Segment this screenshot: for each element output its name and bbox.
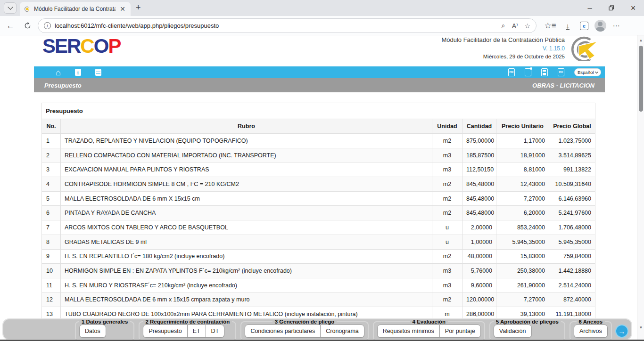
cell-rubro: MALLA ELECTROSOLDADA DE 6 mm X 15x15 cm <box>61 191 432 206</box>
nav-button-validacion[interactable]: Validación <box>494 325 532 338</box>
info-icon[interactable]: i <box>75 69 81 76</box>
table-row: 11H. S. EN MURO Y RIOSTRASF´c= 210kg/cm²… <box>42 278 595 292</box>
nav-button-et[interactable]: ET <box>187 325 206 338</box>
cell-no: 12 <box>42 292 61 307</box>
nav-button-requisitos-minimos[interactable]: Requisitos mínimos <box>377 325 440 338</box>
cell-unidad: m2 <box>432 249 462 264</box>
nav-group-4-evaluacion: 4 EvaluaciónRequisitos mínimosPor puntaj… <box>373 319 485 341</box>
budget-table-body: 1TRAZADO, REPLANTEO Y NIVELACION (EQUIPO… <box>42 134 595 322</box>
nav-group-legend: 2 Requerimiento de contratación <box>143 319 232 325</box>
nav-group-legend: 6 Anexos <box>577 319 605 325</box>
new-tab-button[interactable]: + <box>136 3 141 13</box>
nav-group-legend: 4 Evaluación <box>410 319 448 325</box>
back-button[interactable]: ← <box>4 16 17 35</box>
tab-search-button[interactable] <box>4 2 17 14</box>
cell-cantidad: 5,76000 <box>462 264 496 278</box>
new-file-icon[interactable] <box>525 68 531 76</box>
cell-unidad: m2 <box>432 292 462 307</box>
scrollbar-thumb[interactable] <box>639 46 643 112</box>
cell-rubro: GRADAS METALICAS DE 9 ml <box>61 235 432 249</box>
cell-pu: 12,43000 <box>496 177 549 192</box>
refresh-button[interactable] <box>21 16 34 35</box>
profile-button[interactable] <box>593 16 608 35</box>
cell-pu: 853,24000 <box>496 220 549 235</box>
url-text[interactable]: localhost:6012/mfc-cliente/web/app.php/p… <box>55 22 495 29</box>
cell-pu: 7,27000 <box>496 292 549 307</box>
next-step-button[interactable]: → <box>615 325 628 338</box>
cell-pu: 15,83000 <box>496 249 549 264</box>
bottom-nav-groups: 1 Datos generalesDatos2 Requerimiento de… <box>75 319 612 341</box>
favicon-mfc-icon <box>24 6 31 12</box>
col-header-unidad: Unidad <box>432 119 462 134</box>
cell-cantidad: 2,00000 <box>462 220 496 235</box>
restore-icon <box>609 5 614 11</box>
nav-button-presupuesto[interactable]: Presupuesto <box>143 325 187 338</box>
cell-pg: 1.442,18880 <box>549 264 595 278</box>
cell-unidad: m2 <box>432 177 462 192</box>
favorite-star-icon[interactable]: ☆ <box>524 22 530 30</box>
cell-pg: 991,13822 <box>549 162 595 177</box>
language-select[interactable]: Español <box>574 68 601 76</box>
cell-cantidad: 845,48000 <box>462 177 496 192</box>
page-viewport: SERCOP Módulo Facilitador de la Contrata… <box>0 35 637 341</box>
settings-menu-button[interactable]: ⋯ <box>610 16 623 35</box>
copilot-button[interactable] <box>626 16 641 35</box>
zoom-out-icon[interactable]: ⌕ <box>502 22 505 30</box>
pdf-file-icon[interactable]: PDF <box>508 68 515 76</box>
nav-button-dt[interactable]: DT <box>206 325 225 338</box>
pdf-file-icon-2[interactable]: PDF <box>558 68 564 76</box>
nav-group-1-datos-generales: 1 Datos generalesDatos <box>75 319 134 341</box>
tab-close-icon[interactable]: ✕ <box>118 5 127 13</box>
cell-cantidad: 845,48000 <box>462 206 496 220</box>
nav-button-cronograma[interactable]: Cronograma <box>320 325 364 338</box>
nav-button-condiciones-particulares[interactable]: Condiciones particulares <box>245 325 321 338</box>
cell-unidad: m2 <box>432 206 462 220</box>
nav-group-legend: 1 Datos generales <box>79 319 130 325</box>
window-minimize-button[interactable]: ─ <box>579 0 601 16</box>
cell-pg: 5.945,35000 <box>549 235 595 249</box>
cell-no: 2 <box>42 148 61 162</box>
cell-pg: 3.514,89625 <box>549 148 595 162</box>
cell-rubro: TRAZADO, REPLANTEO Y NIVELACION (EQUIPO … <box>61 134 432 148</box>
browser-tab[interactable]: Módulo Facilitador de la Contrata ✕ <box>20 2 131 16</box>
cell-cantidad: 875,00000 <box>462 134 496 148</box>
save-icon[interactable] <box>541 68 548 76</box>
header-info: Módulo Facilitador de la Contratación Pú… <box>441 36 565 59</box>
cell-pg: 1.023,75000 <box>549 134 595 148</box>
cell-pg: 2.514,24000 <box>549 278 595 292</box>
section-banner: Presupuesto OBRAS - LICITACION <box>34 78 605 92</box>
cell-unidad: m2 <box>432 191 462 206</box>
read-aloud-icon[interactable]: A⁾ <box>512 22 518 30</box>
cell-cantidad: 48,00000 <box>462 249 496 264</box>
cell-pu: 261,90000 <box>496 278 549 292</box>
favorites-list-icon[interactable]: ☆≡ <box>543 16 557 35</box>
nav-button-por-puntaje[interactable]: Por puntaje <box>439 325 481 338</box>
documents-icon[interactable] <box>95 69 101 76</box>
cell-pg: 5.241,97600 <box>549 206 595 220</box>
scroll-up-icon[interactable]: ▲ <box>637 38 644 42</box>
table-title: Presupuesto <box>42 103 595 119</box>
cell-no: 11 <box>42 278 61 292</box>
cell-pu: 18,91000 <box>496 148 549 162</box>
nav-button-datos[interactable]: Datos <box>79 325 106 338</box>
table-row: 1TRAZADO, REPLANTEO Y NIVELACION (EQUIPO… <box>42 134 595 148</box>
page-scrollbar[interactable]: ▲ ▼ <box>637 35 644 341</box>
cell-rubro: ARCOS MIXTOS CON TABLERO Y ARCO DE BASQU… <box>61 220 432 235</box>
cell-no: 7 <box>42 220 61 235</box>
home-icon[interactable]: ⌂ <box>56 68 61 77</box>
current-date: Miércoles, 29 de Octubre de 2025 <box>441 54 565 59</box>
site-info-icon[interactable]: i <box>44 22 51 29</box>
window-close-button[interactable]: × <box>622 0 644 16</box>
cell-unidad: u <box>432 235 462 249</box>
address-bar[interactable]: i localhost:6012/mfc-cliente/web/app.php… <box>38 18 537 33</box>
scroll-down-icon[interactable]: ▼ <box>637 325 644 330</box>
nav-button-archivos[interactable]: Archivos <box>574 325 608 338</box>
window-restore-button[interactable] <box>601 0 622 16</box>
cell-no: 4 <box>42 177 61 192</box>
col-header-cantidad: Cantidad <box>462 119 496 134</box>
ie-mode-button[interactable]: e <box>577 16 591 35</box>
nav-group-legend: 5 Aprobación de pliegos <box>494 319 561 325</box>
cell-unidad: m3 <box>432 264 462 278</box>
downloads-button[interactable]: ↓ <box>561 16 574 35</box>
cell-unidad: m3 <box>432 162 462 177</box>
